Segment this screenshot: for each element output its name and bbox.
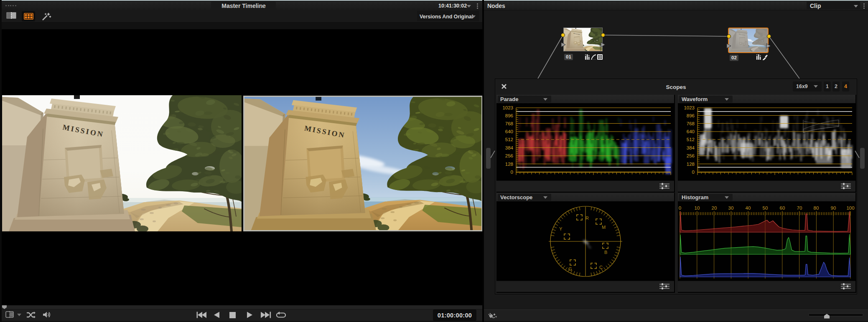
svg-text:1023: 1023 [502,105,513,110]
svg-text:M: M [602,225,606,230]
svg-text:0: 0 [692,170,695,175]
svg-text:R: R [585,216,589,221]
svg-text:G: G [568,266,572,271]
svg-text:512: 512 [505,137,513,142]
svg-text:896: 896 [687,113,695,118]
svg-text:C: C [599,265,603,270]
svg-text:896: 896 [505,113,513,118]
svg-text:768: 768 [687,121,695,126]
svg-text:100: 100 [846,205,854,210]
svg-text:60: 60 [780,205,785,210]
svg-text:512: 512 [687,137,695,142]
svg-text:40: 40 [746,205,751,210]
svg-text:20: 20 [712,205,717,210]
svg-text:768: 768 [505,121,513,126]
svg-text:128: 128 [687,162,695,167]
svg-text:80: 80 [814,205,819,210]
svg-text:384: 384 [505,145,514,150]
svg-text:30: 30 [728,205,734,210]
svg-text:50: 50 [763,205,768,210]
svg-text:128: 128 [505,162,513,167]
svg-text:0: 0 [679,205,681,210]
svg-text:70: 70 [797,205,802,210]
svg-text:B: B [604,250,607,255]
svg-text:384: 384 [687,145,695,150]
svg-text:1023: 1023 [684,105,695,110]
svg-text:0: 0 [511,170,513,175]
svg-text:640: 640 [687,129,695,134]
svg-text:Y: Y [559,226,563,231]
svg-text:640: 640 [505,129,513,134]
svg-text:90: 90 [831,205,836,210]
svg-text:10: 10 [695,205,700,210]
svg-text:256: 256 [505,153,513,158]
svg-text:256: 256 [687,153,695,158]
